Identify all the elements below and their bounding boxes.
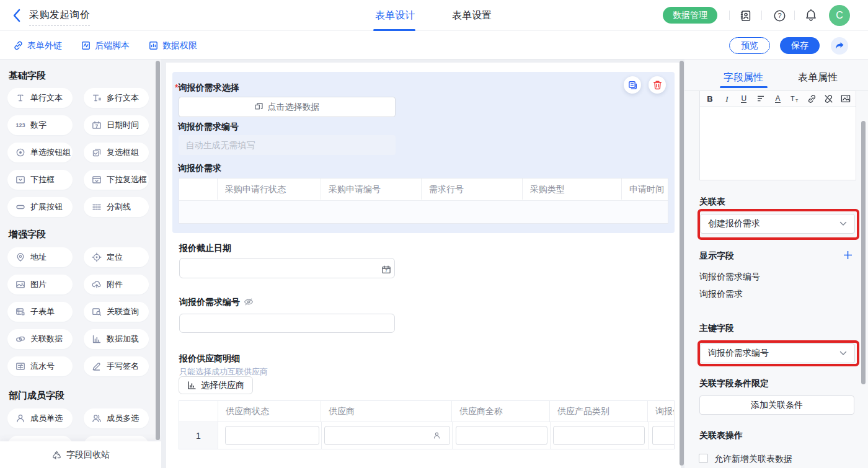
svg-text:T: T: [795, 98, 799, 102]
svg-text:T: T: [790, 95, 795, 102]
svg-text:?: ?: [777, 12, 781, 19]
svg-text:7: 7: [385, 268, 388, 273]
